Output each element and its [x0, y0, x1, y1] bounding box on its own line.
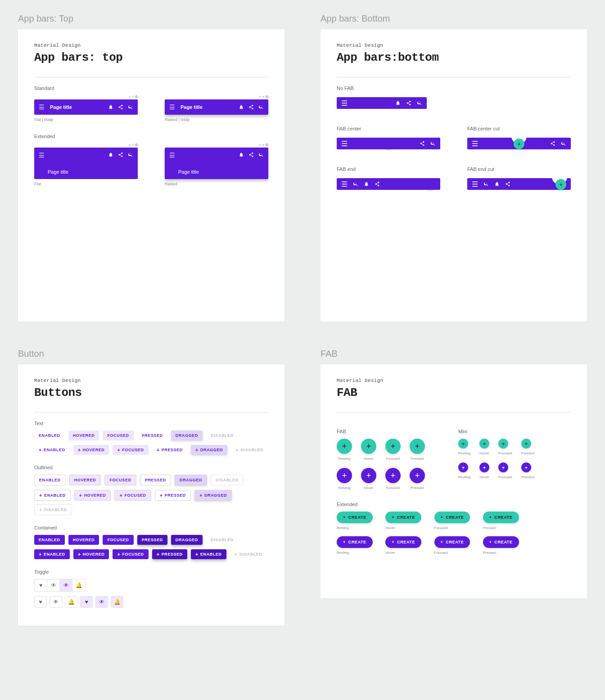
- fab-button[interactable]: +: [555, 179, 566, 190]
- share-icon[interactable]: [406, 100, 411, 106]
- fab-purple-hover[interactable]: +: [361, 468, 376, 483]
- fab-focused[interactable]: +: [385, 439, 401, 454]
- appbar-standard-raised[interactable]: ☰ Page title: [165, 99, 268, 115]
- toggle-heart[interactable]: ♥: [34, 596, 47, 608]
- bell-icon[interactable]: [239, 152, 244, 157]
- appbar-extended-raised[interactable]: ☰ Page title: [165, 148, 268, 179]
- toggle-bell-selected[interactable]: 🔔: [111, 596, 123, 608]
- toggle-eye[interactable]: 👁: [47, 579, 60, 591]
- menu-icon[interactable]: ☰: [169, 152, 175, 159]
- share-icon[interactable]: [420, 141, 425, 146]
- outlined-button-icon-dragged[interactable]: +DRAGGED: [194, 490, 232, 501]
- bell-icon[interactable]: [239, 104, 244, 110]
- search-icon[interactable]: [483, 181, 489, 187]
- bell-icon[interactable]: [108, 152, 113, 157]
- contained-button-icon-hovered[interactable]: +HOVERED: [73, 549, 109, 559]
- bell-icon[interactable]: [395, 100, 401, 106]
- bell-icon[interactable]: [364, 181, 369, 187]
- mini-fab-pressed[interactable]: +: [521, 439, 531, 449]
- text-button-icon-focused[interactable]: +FOCUSED: [113, 445, 148, 455]
- share-icon[interactable]: [550, 141, 555, 146]
- fab-hover[interactable]: +: [361, 439, 376, 454]
- menu-icon[interactable]: ☰: [341, 180, 348, 188]
- text-button-pressed[interactable]: PRESSED: [137, 431, 167, 440]
- toggle-bell[interactable]: 🔔: [65, 596, 77, 608]
- contained-button-icon-enabled2[interactable]: +ENABLED: [191, 549, 226, 559]
- mini-fab-purple-hover[interactable]: +: [479, 462, 489, 472]
- share-icon[interactable]: [118, 104, 123, 110]
- bell-icon[interactable]: [494, 181, 500, 187]
- mini-fab-hover[interactable]: +: [479, 439, 489, 449]
- appbar-extended-flat[interactable]: ☰ Page title: [34, 148, 138, 179]
- text-button-icon-dragged[interactable]: +DRAGGED: [191, 445, 227, 455]
- contained-button-dragged[interactable]: DRAGGED: [171, 535, 203, 545]
- toggle-bell[interactable]: 🔔: [72, 579, 85, 591]
- outlined-button-dragged[interactable]: DRAGGED: [175, 475, 207, 485]
- search-icon[interactable]: [353, 181, 358, 187]
- outlined-button-icon-focused[interactable]: +FOCUSED: [114, 490, 151, 501]
- contained-button-pressed[interactable]: PRESSED: [137, 535, 167, 545]
- toggle-eye-selected[interactable]: 👁: [60, 579, 72, 591]
- share-icon[interactable]: [248, 104, 254, 110]
- mini-fab-purple-focused[interactable]: +: [498, 462, 508, 472]
- mini-fab-resting[interactable]: +: [458, 439, 468, 449]
- contained-button-hovered[interactable]: HOVERED: [68, 535, 99, 545]
- search-icon[interactable]: [561, 141, 566, 146]
- outlined-button-icon-pressed[interactable]: +PRESSED: [155, 490, 191, 501]
- menu-icon[interactable]: ☰: [39, 104, 45, 110]
- share-icon[interactable]: [248, 152, 254, 157]
- menu-icon[interactable]: ☰: [472, 139, 478, 148]
- outlined-button-pressed[interactable]: PRESSED: [140, 475, 171, 485]
- share-icon[interactable]: [375, 181, 380, 187]
- ext-fab-resting[interactable]: +CREATE: [337, 512, 373, 523]
- bottombar-fab-center[interactable]: ☰: [337, 138, 440, 149]
- fab-purple-focused[interactable]: +: [385, 468, 401, 483]
- mini-fab-purple-pressed[interactable]: +: [521, 462, 531, 472]
- mini-fab-focused[interactable]: +: [498, 439, 508, 449]
- fab-purple-pressed[interactable]: +: [410, 468, 425, 483]
- fab-resting[interactable]: +: [337, 439, 352, 454]
- contained-button-icon-pressed[interactable]: +PRESSED: [152, 549, 187, 559]
- search-icon[interactable]: [258, 104, 264, 110]
- search-icon[interactable]: [258, 152, 264, 157]
- text-button-icon-pressed[interactable]: +PRESSED: [152, 445, 187, 455]
- contained-button-icon-focused[interactable]: +FOCUSED: [113, 549, 148, 559]
- search-icon[interactable]: [417, 100, 422, 106]
- fab-purple-resting[interactable]: +: [337, 468, 352, 483]
- toggle-heart[interactable]: ♥: [35, 579, 47, 591]
- outlined-button-enabled[interactable]: ENABLED: [34, 475, 66, 485]
- ext-fab-purple-focused[interactable]: +CREATE: [434, 536, 470, 548]
- mini-fab-purple-resting[interactable]: +: [458, 462, 468, 472]
- appbar-standard-flat[interactable]: ☰ Page title: [34, 99, 138, 115]
- search-icon[interactable]: [128, 152, 133, 157]
- outlined-button-icon-enabled[interactable]: +ENABLED: [34, 490, 71, 501]
- contained-button-icon-enabled[interactable]: +ENABLED: [34, 549, 70, 559]
- text-button-hovered[interactable]: HOVERED: [68, 431, 99, 440]
- text-button-icon-hovered[interactable]: +HOVERED: [73, 445, 109, 455]
- toggle-heart-selected[interactable]: ♥: [80, 596, 93, 608]
- menu-icon[interactable]: ☰: [341, 139, 348, 148]
- menu-icon[interactable]: ☰: [341, 99, 348, 108]
- bottombar-nofab[interactable]: ☰: [337, 97, 427, 109]
- ext-fab-hover[interactable]: +CREATE: [385, 512, 421, 523]
- ext-fab-purple-pressed[interactable]: +CREATE: [483, 536, 519, 548]
- text-button-enabled[interactable]: ENABLED: [34, 431, 65, 440]
- search-icon[interactable]: [430, 141, 436, 146]
- ext-fab-purple-resting[interactable]: +CREATE: [337, 536, 373, 548]
- text-button-dragged[interactable]: DRAGGED: [171, 431, 203, 440]
- ext-fab-focused[interactable]: +CREATE: [434, 512, 470, 523]
- text-button-icon-enabled[interactable]: +ENABLED: [34, 445, 70, 455]
- toggle-eye[interactable]: 👁: [50, 596, 62, 608]
- ext-fab-pressed[interactable]: +CREATE: [483, 512, 519, 523]
- contained-button-enabled[interactable]: ENABLED: [34, 535, 65, 545]
- ext-fab-purple-hover[interactable]: +CREATE: [385, 536, 421, 548]
- contained-button-focused[interactable]: FOCUSED: [103, 535, 133, 545]
- outlined-button-focused[interactable]: FOCUSED: [104, 475, 136, 485]
- bottombar-fab-end[interactable]: ☰: [337, 178, 440, 190]
- bell-icon[interactable]: [108, 104, 113, 110]
- menu-icon[interactable]: ☰: [169, 104, 175, 110]
- fab-pressed[interactable]: +: [410, 439, 425, 454]
- menu-icon[interactable]: ☰: [39, 152, 45, 159]
- fab-button[interactable]: +: [514, 139, 524, 149]
- outlined-button-hovered[interactable]: HOVERED: [69, 475, 101, 485]
